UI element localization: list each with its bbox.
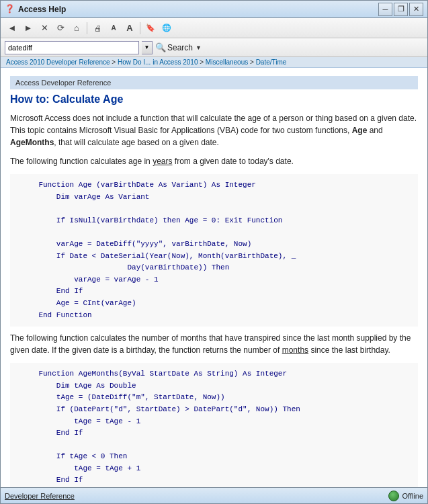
separator-1 xyxy=(87,22,87,34)
breadcrumb-item-3[interactable]: Miscellaneous xyxy=(206,58,248,66)
status-right: Offline xyxy=(388,491,423,501)
intro-bold-agemonths: AgeMonths xyxy=(10,138,54,147)
main-content[interactable]: Access Developer Reference How to: Calcu… xyxy=(1,68,427,487)
search-button[interactable]: Search xyxy=(167,43,193,52)
app-icon: ❓ xyxy=(5,4,15,15)
address-input[interactable] xyxy=(5,41,139,54)
status-bar: Developer Reference Offline xyxy=(1,487,427,503)
para2-months-underline: months xyxy=(282,345,308,355)
font-small-button[interactable]: A xyxy=(106,21,121,36)
breadcrumb-sep-2: > xyxy=(200,58,206,66)
breadcrumb-item-2[interactable]: How Do I... in Access 2010 xyxy=(118,58,198,66)
print-button[interactable]: 🖨 xyxy=(90,21,105,36)
forward-button[interactable]: ► xyxy=(21,21,36,36)
bookmark-button[interactable]: 🔖 xyxy=(143,21,158,36)
code-block-1: Function Age (varBirthDate As Variant) A… xyxy=(10,174,418,327)
status-left-label[interactable]: Developer Reference xyxy=(5,492,75,500)
intro-bold-age: Age xyxy=(352,126,368,135)
para1-text: The following function calculates age in… xyxy=(10,155,418,167)
para2-text: The following function calculates the nu… xyxy=(10,332,418,356)
breadcrumb: Access 2010 Developer Reference > How Do… xyxy=(1,57,427,68)
minimize-button[interactable]: ─ xyxy=(378,3,392,16)
section-header-text: Access Developer Reference xyxy=(15,79,111,87)
font-large-button[interactable]: A xyxy=(122,21,137,36)
internet-button[interactable]: 🌐 xyxy=(159,21,174,36)
close-button[interactable]: ✕ xyxy=(409,3,423,16)
breadcrumb-sep-3: > xyxy=(250,58,256,66)
offline-label: Offline xyxy=(402,492,423,500)
intro-text-mid: and xyxy=(367,126,382,135)
stop-button[interactable]: ✕ xyxy=(37,21,52,36)
main-window: ❓ Access Help ─ ❐ ✕ ◄ ► ✕ ⟳ ⌂ 🖨 A A 🔖 🌐 … xyxy=(0,0,428,504)
home-button[interactable]: ⌂ xyxy=(69,21,84,36)
breadcrumb-sep-1: > xyxy=(112,58,118,66)
address-bar: ▼ 🔍 Search ▼ xyxy=(1,38,427,57)
breadcrumb-item-1[interactable]: Access 2010 Developer Reference xyxy=(6,58,110,66)
separator-2 xyxy=(140,22,140,34)
window-controls: ─ ❐ ✕ xyxy=(378,3,423,16)
window-title: Access Help xyxy=(18,5,378,14)
refresh-button[interactable]: ⟳ xyxy=(53,21,68,36)
offline-icon xyxy=(388,491,399,501)
code-block-2: Function AgeMonths(ByVal StartDate As St… xyxy=(10,363,418,487)
toolbar: ◄ ► ✕ ⟳ ⌂ 🖨 A A 🔖 🌐 xyxy=(1,18,427,38)
intro-text-end: , that will calculate age based on a giv… xyxy=(54,138,219,147)
restore-button[interactable]: ❐ xyxy=(394,3,408,16)
search-icon: 🔍 xyxy=(155,42,166,52)
search-dropdown-button[interactable]: ▼ xyxy=(196,44,202,51)
search-group: 🔍 Search ▼ xyxy=(155,42,202,52)
para2-after: since the last birthday. xyxy=(308,345,390,355)
back-button[interactable]: ◄ xyxy=(5,21,19,36)
content-wrapper: Access Developer Reference How to: Calcu… xyxy=(1,68,427,487)
intro-paragraph: Microsoft Access does not include a func… xyxy=(10,112,418,149)
para1-underline-years: years xyxy=(153,157,172,166)
address-dropdown-button[interactable]: ▼ xyxy=(142,41,153,54)
page-title: How to: Calculate Age xyxy=(10,93,418,106)
title-bar: ❓ Access Help ─ ❐ ✕ xyxy=(1,1,427,18)
breadcrumb-item-4[interactable]: Date/Time xyxy=(256,58,287,66)
section-header: Access Developer Reference xyxy=(10,76,418,89)
